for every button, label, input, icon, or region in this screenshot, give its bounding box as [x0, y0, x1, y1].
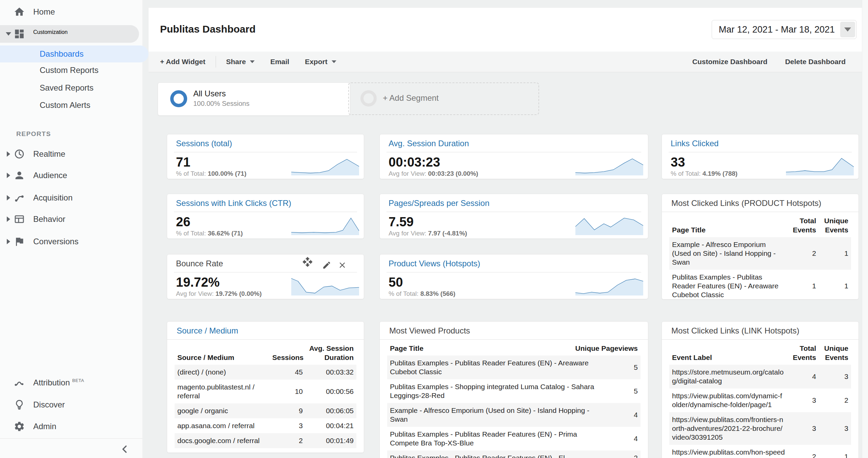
row-label: app.asana.com / referral — [177, 421, 272, 430]
scrollbar-track[interactable] — [862, 0, 868, 458]
chevron-right-icon[interactable] — [7, 151, 10, 157]
row-unique-events: 1 — [816, 452, 848, 458]
segment-ring-icon — [170, 90, 187, 107]
segment-all-users[interactable]: All Users 100.00% Sessions — [158, 82, 350, 116]
widget-avg-session-duration: Avg. Session Duration 00:03:23 Avg for V… — [379, 134, 648, 179]
column-header: Total Events — [786, 216, 816, 234]
widget-title-link[interactable]: Source / Medium — [167, 326, 364, 335]
table-row: https://view.publitas.com/dynamic-folder… — [669, 388, 851, 412]
sidebar-item-custom-reports[interactable]: Custom Reports — [0, 62, 142, 78]
row-label: Example - Alfresco Emporium (Used on Sit… — [390, 406, 597, 424]
sparkline-chart — [291, 216, 359, 235]
row-label: Publitas Examples - Publitas Reader Feat… — [390, 430, 597, 447]
row-label: magento.publitastest.nl / referral — [177, 383, 272, 400]
widget-title: Most Clicked Links (PRODUCT Hotspots) — [662, 199, 859, 208]
sidebar-item-custom-alerts[interactable]: Custom Alerts — [0, 97, 142, 113]
chevron-down-icon[interactable] — [6, 32, 11, 36]
date-range-selector[interactable]: Mar 12, 2021 - Mar 18, 2021 — [712, 20, 856, 39]
sidebar-item-attribution[interactable]: AttributionBETA — [0, 375, 142, 391]
sidebar-item-label: Realtime — [33, 149, 65, 159]
sidebar-item-realtime[interactable]: Realtime — [0, 146, 142, 162]
row-unique-pageviews: 2 — [597, 454, 638, 458]
table-row: https://view.publitas.com/frontiers-nort… — [669, 412, 851, 445]
email-button[interactable]: Email — [270, 58, 289, 66]
chevron-right-icon[interactable] — [7, 173, 10, 178]
sidebar-item-audience[interactable]: Audience — [0, 167, 142, 184]
sidebar-item-dashboards[interactable]: Dashboards — [0, 45, 149, 62]
row-label: docs.google.com / referral — [177, 436, 272, 445]
row-total-events: 3 — [786, 396, 816, 405]
sparkline-chart — [575, 276, 643, 295]
chevron-down-icon — [250, 60, 255, 63]
share-label: Share — [226, 58, 246, 66]
export-label: Export — [305, 58, 328, 66]
dashboard-toolbar: + Add Widget Share Email Export Customiz… — [149, 52, 868, 72]
customize-dashboard-button[interactable]: Customize Dashboard — [692, 58, 768, 66]
row-sessions: 10 — [272, 387, 303, 396]
row-label: Publitas Examples - Publitas Reader Feat… — [672, 273, 786, 299]
sidebar-item-customization[interactable]: Customization — [0, 25, 139, 43]
sidebar-item-label: Customization — [33, 29, 67, 35]
column-header: Unique Events — [816, 344, 848, 362]
table-row: Publitas Examples - Publitas Reader Feat… — [387, 427, 640, 451]
table-row: Publitas Examples - Publitas Reader Feat… — [387, 356, 640, 379]
sidebar-item-label: AttributionBETA — [33, 378, 84, 387]
column-header: Event Label — [672, 353, 786, 362]
sidebar-item-admin[interactable]: Admin — [0, 418, 142, 435]
column-header: Sessions — [272, 353, 303, 362]
widget-title-link[interactable]: Pages/Spreads per Session — [389, 199, 639, 208]
table-header-row: Page Title Total Events Unique Events — [669, 212, 851, 237]
chevron-right-icon[interactable] — [7, 239, 10, 244]
column-header: Page Title — [390, 344, 567, 353]
chevron-right-icon[interactable] — [7, 195, 10, 201]
sidebar-item-saved-reports[interactable]: Saved Reports — [0, 80, 142, 96]
row-total-events: 4 — [786, 372, 816, 381]
delete-dashboard-button[interactable]: Delete Dashboard — [785, 58, 846, 66]
widget-pages-spreads-per-session: Pages/Spreads per Session 7.59 Avg for V… — [379, 194, 648, 239]
table-header-row: Source / Medium Sessions Avg. Session Du… — [175, 340, 356, 365]
sidebar-item-label: Behavior — [33, 214, 65, 224]
add-segment-button[interactable]: + Add Segment — [348, 82, 539, 115]
move-widget-icon[interactable] — [302, 256, 313, 269]
add-segment-label: + Add Segment — [383, 93, 439, 103]
widget-title-link[interactable]: Avg. Session Duration — [389, 139, 639, 148]
row-duration: 00:03:32 — [303, 368, 354, 377]
sidebar: Home Customization Dashboards Custom Rep… — [0, 0, 142, 458]
add-widget-button[interactable]: + Add Widget — [160, 58, 205, 66]
email-label: Email — [270, 58, 289, 66]
edit-widget-icon[interactable] — [322, 261, 331, 271]
chevron-right-icon[interactable] — [7, 216, 10, 222]
widget-title: Most Clicked Links (LINK Hotspots) — [662, 326, 859, 335]
row-unique-events: 3 — [816, 372, 848, 381]
date-range-caret-button[interactable] — [840, 22, 855, 37]
table-row: magento.publitastest.nl / referral 10 00… — [175, 380, 356, 403]
sidebar-item-home[interactable]: Home — [0, 3, 142, 21]
sidebar-item-conversions[interactable]: Conversions — [0, 233, 142, 250]
widget-title-link[interactable]: Links Clicked — [671, 139, 850, 148]
collapse-sidebar-button[interactable] — [119, 443, 131, 455]
sidebar-item-discover[interactable]: Discover — [0, 397, 142, 413]
add-widget-label: + Add Widget — [160, 58, 205, 66]
add-segment-ring-icon — [360, 90, 377, 107]
widget-title-link[interactable]: Sessions with Link Clicks (CTR) — [176, 199, 355, 208]
row-unique-pageviews: 5 — [597, 387, 638, 396]
share-button[interactable]: Share — [226, 58, 255, 66]
row-label: https://store.metmuseum.org/catalog/digi… — [672, 368, 786, 385]
widget-title-link[interactable]: Product Views (Hotspots) — [389, 259, 639, 268]
widget-title-link[interactable]: Sessions (total) — [176, 139, 355, 148]
widget-bounce-rate: Bounce Rate 19.72% Avg for View: 19.72% … — [167, 254, 364, 299]
close-widget-icon[interactable] — [338, 261, 347, 271]
widget-divider — [174, 272, 357, 272]
row-label: (direct) / (none) — [177, 368, 272, 377]
chevron-down-icon — [332, 60, 336, 63]
sidebar-item-acquisition[interactable]: Acquisition — [0, 190, 142, 206]
widget-divider — [174, 212, 357, 212]
widget-most-clicked-links-product: Most Clicked Links (PRODUCT Hotspots) Pa… — [662, 194, 859, 300]
lightbulb-icon — [14, 399, 25, 411]
row-label: Publitas Examples - Publitas Reader Feat… — [390, 359, 597, 376]
column-header: Unique Events — [816, 216, 848, 234]
dashboard-header: Publitas Dashboard Mar 12, 2021 - Mar 18… — [149, 8, 862, 52]
sidebar-item-behavior[interactable]: Behavior — [0, 211, 142, 227]
export-button[interactable]: Export — [305, 58, 336, 66]
page-title: Publitas Dashboard — [160, 23, 256, 35]
